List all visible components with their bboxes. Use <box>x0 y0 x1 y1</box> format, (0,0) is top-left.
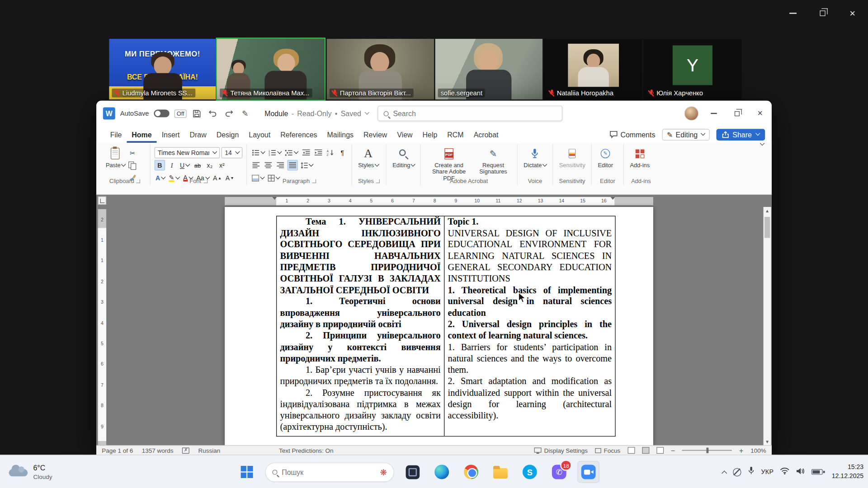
scroll-up-arrow[interactable]: ▲ <box>764 207 771 215</box>
clipboard-dialog-launcher[interactable] <box>137 179 141 183</box>
zoom-out-button[interactable]: − <box>671 447 675 454</box>
taskbar-search-input[interactable] <box>282 468 375 476</box>
tab-acrobat[interactable]: Acrobat <box>469 126 504 143</box>
italic-button[interactable]: I <box>167 160 177 170</box>
word-search-input[interactable] <box>393 109 514 117</box>
tab-rcm[interactable]: RCM <box>442 126 468 143</box>
indent-marker-left[interactable] <box>272 197 277 202</box>
taskbar-app-skype[interactable]: S <box>519 461 541 483</box>
editing-mode-button[interactable]: ✎Editing <box>662 129 710 141</box>
justify-button[interactable] <box>288 160 298 170</box>
line-spacing-button[interactable] <box>299 160 314 170</box>
cut-button[interactable]: ✂ <box>127 148 137 158</box>
tab-insert[interactable]: Insert <box>157 126 185 143</box>
scroll-down-arrow[interactable]: ▼ <box>764 438 771 446</box>
align-right-button[interactable] <box>275 160 286 170</box>
zoom-restore-button[interactable] <box>816 7 829 20</box>
font-name-combo[interactable]: Times New Roman <box>155 147 220 158</box>
video-tile-participant-6[interactable]: Y Юлія Харченко <box>643 39 742 100</box>
zoom-level[interactable]: 100% <box>750 447 766 454</box>
page-indicator[interactable]: Page 1 of 6 <box>102 447 133 454</box>
bold-button[interactable]: B <box>155 160 165 170</box>
copy-button[interactable] <box>127 160 137 171</box>
document-title-group[interactable]: Module - Read-Only • Saved <box>264 109 369 117</box>
word-minimize-button[interactable] <box>702 101 725 126</box>
tab-file[interactable]: File <box>105 126 127 143</box>
tab-layout[interactable]: Layout <box>244 126 275 143</box>
search-highlight-flower-icon[interactable]: ❋ <box>380 468 387 476</box>
redo-button[interactable] <box>224 109 235 117</box>
superscript-button[interactable]: x² <box>217 160 227 170</box>
decrease-indent-button[interactable] <box>301 147 311 158</box>
tab-mailings[interactable]: Mailings <box>322 126 359 143</box>
wifi-icon[interactable] <box>780 467 790 477</box>
video-tile-participant-5[interactable]: Nataliia Horopakha <box>543 39 642 100</box>
language-switcher[interactable]: УКР <box>761 469 774 475</box>
web-layout-button[interactable] <box>656 447 664 454</box>
taskbar-search-box[interactable]: ❋ <box>265 462 394 482</box>
bullets-button[interactable] <box>251 147 266 158</box>
pen-mode-button[interactable]: ✎ <box>240 109 250 118</box>
tray-clock[interactable]: 15:23 12.12.2025 <box>832 463 863 480</box>
share-button[interactable]: Share <box>717 129 765 141</box>
tab-view[interactable]: View <box>392 126 417 143</box>
document-page[interactable]: Тема 1. УНІВЕРСАЛЬНИЙ ДИЗАЙН ІНКЛЮЗИВНОГ… <box>225 207 653 446</box>
battery-icon[interactable] <box>812 469 823 474</box>
tab-selector[interactable] <box>98 197 106 205</box>
increase-indent-button[interactable] <box>313 147 323 158</box>
focus-button[interactable]: Focus <box>595 447 620 454</box>
text-predictions[interactable]: Text Predictions: On <box>279 447 334 454</box>
start-button[interactable] <box>236 461 258 483</box>
print-layout-button[interactable] <box>642 447 649 454</box>
align-center-button[interactable] <box>263 160 274 170</box>
font-size-combo[interactable]: 14 <box>222 147 243 158</box>
video-tile-participant-4[interactable]: sofie.sergeant <box>435 39 542 100</box>
styles-dialog-launcher[interactable] <box>376 179 380 183</box>
strikethrough-button[interactable]: ab <box>192 160 203 170</box>
volume-icon[interactable] <box>796 467 805 477</box>
video-tile-participant-1[interactable]: МИ ПЕРЕМОЖЕМО! ВСЕ БУДЕ УКРАЇНА! Liudmyl… <box>109 39 216 100</box>
video-tile-participant-2-active-speaker[interactable]: Тетяна Миколаївна Мах... <box>216 38 326 101</box>
underline-button[interactable]: U <box>179 160 191 170</box>
paragraph-dialog-launcher[interactable] <box>312 179 316 183</box>
read-mode-button[interactable] <box>627 447 635 454</box>
tab-references[interactable]: References <box>275 126 322 143</box>
word-count[interactable]: 1357 words <box>142 447 174 454</box>
language-indicator[interactable]: Russian <box>198 447 221 454</box>
word-close-button[interactable]: × <box>749 101 772 126</box>
tab-review[interactable]: Review <box>359 126 392 143</box>
proofing-icon[interactable]: ✗ <box>182 447 189 453</box>
zoom-minimize-button[interactable] <box>786 7 799 20</box>
comments-button[interactable]: Comments <box>609 130 655 138</box>
do-not-disturb-icon[interactable] <box>733 468 741 476</box>
tab-help[interactable]: Help <box>418 126 443 143</box>
tray-mic-icon[interactable] <box>748 466 755 477</box>
hidden-icons-chevron[interactable] <box>722 470 727 476</box>
taskbar-app-dark-window[interactable] <box>401 461 424 483</box>
taskbar-app-viber[interactable]: ✆18 <box>548 461 570 483</box>
display-settings-button[interactable]: Display Settings <box>534 447 588 454</box>
weather-widget[interactable]: 6°C Cloudy <box>9 460 52 481</box>
align-left-button[interactable] <box>251 160 261 170</box>
horizontal-ruler[interactable]: 12345678910111213141516 <box>225 197 653 205</box>
indent-marker-right[interactable] <box>611 197 615 202</box>
vertical-scrollbar[interactable]: ▲ ▼ <box>764 207 771 446</box>
numbering-button[interactable]: 123 <box>267 147 282 158</box>
zoom-close-button[interactable]: × <box>846 7 859 20</box>
zoom-slider[interactable] <box>682 450 732 451</box>
account-avatar[interactable] <box>684 106 698 121</box>
scrollbar-thumb[interactable] <box>764 217 770 238</box>
tab-draw[interactable]: Draw <box>184 126 211 143</box>
tab-design[interactable]: Design <box>212 126 244 143</box>
taskbar-app-explorer[interactable] <box>489 461 511 483</box>
save-button[interactable] <box>192 109 203 117</box>
editing-button[interactable]: Editing <box>390 145 417 184</box>
font-dialog-launcher[interactable] <box>203 179 208 183</box>
taskbar-app-zoom[interactable] <box>577 461 599 483</box>
tab-home[interactable]: Home <box>127 126 156 143</box>
show-paragraph-marks-button[interactable]: ¶ <box>337 147 348 158</box>
subscript-button[interactable]: x₂ <box>204 160 215 170</box>
sort-button[interactable]: AZ <box>325 147 335 158</box>
undo-button[interactable] <box>208 109 218 117</box>
vertical-ruler[interactable]: 211234567891011 <box>98 209 106 446</box>
